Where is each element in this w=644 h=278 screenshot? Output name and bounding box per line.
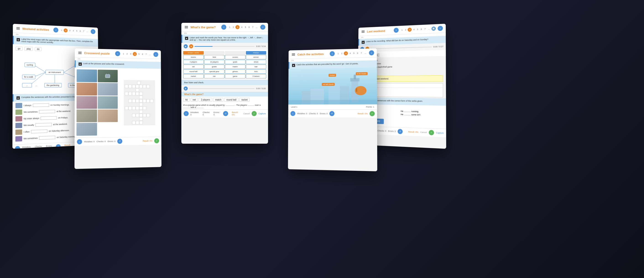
card3-checks: Checks: 0 (202, 111, 212, 116)
card3-menu-icon[interactable] (184, 25, 189, 30)
card3-audio-time: 0:00 / 0:54 (256, 45, 266, 48)
card2-menu-icon[interactable] (78, 50, 82, 55)
card4-mistakes: Mistakes: 0 (297, 112, 307, 115)
card3-next[interactable]: › (260, 25, 265, 30)
card3-footer-prev[interactable]: ‹ (184, 111, 189, 116)
cell-racket[interactable]: racket (183, 74, 204, 78)
card2-next[interactable]: › (153, 52, 158, 57)
card3-mistakes: Mistakes: 0 (190, 111, 201, 116)
svg-rect-62 (143, 106, 146, 110)
card5-next[interactable]: › (438, 26, 443, 31)
card1-footer-prev[interactable]: ‹ (15, 146, 20, 149)
cell-net[interactable]: net (204, 74, 225, 78)
svg-rect-39 (140, 85, 142, 88)
cell-special-gear[interactable]: special gear (204, 69, 225, 74)
svg-rect-63 (140, 110, 142, 113)
svg-rect-90 (362, 30, 364, 31)
card1-errors: Errors: 0 (46, 144, 54, 149)
card4-footer-prev[interactable]: ‹ (290, 111, 295, 116)
photo-5 (77, 96, 97, 109)
card4-pagination: 1 2 3 4 5 6 7 ... (337, 51, 367, 56)
card4-level-points: Level 1 Points: 1 (288, 104, 377, 110)
sentence-input-5[interactable] (31, 130, 48, 134)
card2-footer-prev[interactable]: ‹ (77, 139, 82, 144)
cell-shoot[interactable]: shoot (246, 60, 266, 64)
svg-text:...: ... (26, 84, 28, 86)
card2-crossword-area (120, 70, 160, 136)
sentence-input-3[interactable] (40, 116, 57, 120)
card3-instruction1: ■ Listen and mark the words you hear. Yo… (181, 35, 268, 43)
card1-next[interactable]: › (91, 29, 96, 34)
card1-menu-icon[interactable] (16, 26, 20, 31)
svg-rect-74 (185, 27, 188, 27)
card5-checks: Checks: 0 (377, 130, 386, 132)
card4-menu-icon[interactable] (291, 52, 296, 57)
cell-2halves[interactable]: 2 halves (246, 74, 266, 78)
card3-capture[interactable]: Capture (258, 112, 266, 115)
card3-audio2: ▶ 0:00 / 0:00 (181, 85, 268, 92)
cell-goals[interactable]: goals (225, 60, 246, 64)
chip-net: net (191, 98, 198, 102)
cell-ball[interactable]: ball (246, 64, 266, 69)
card5-refresh[interactable]: ↺ (398, 129, 403, 134)
svg-rect-64 (132, 114, 136, 117)
svg-line-14 (34, 72, 46, 77)
card3-cancel[interactable]: Cancel (244, 112, 250, 115)
card3-audio2-time: 0:00 / 0:00 (256, 87, 266, 90)
photo-8 (98, 110, 118, 122)
card5-chart-icon[interactable]: 📊 (432, 26, 436, 31)
cell-2players[interactable]: 2 players (183, 60, 204, 64)
cell-field[interactable]: field (204, 55, 225, 59)
card2-check-btn[interactable]: ✓ (154, 138, 159, 143)
cell-goalie[interactable]: goalie (204, 64, 225, 69)
card5-pagination: 1 2 3 4 5 6 7 ... 📊 (400, 26, 436, 32)
card3-refresh[interactable]: ↺ (223, 111, 228, 116)
photo-4 (98, 83, 118, 96)
card-crossword: Crossword puzzle ‹ 1 2 3 4 5 6 7 ... › 1… (74, 48, 161, 169)
sentence-input-2[interactable] (39, 110, 55, 114)
card4-next[interactable]: › (369, 50, 374, 56)
card5-result: Result: 0% (408, 131, 418, 134)
card4-check-btn[interactable]: ✓ (370, 111, 375, 116)
sentence-input-1[interactable] (33, 104, 49, 107)
svg-rect-40 (143, 85, 146, 88)
card2-prev[interactable]: ‹ (115, 51, 120, 56)
sentence-input-6[interactable] (39, 136, 55, 140)
card5-menu-icon[interactable] (361, 30, 365, 34)
card3-play-btn[interactable]: ▶ (184, 44, 188, 48)
svg-rect-58 (129, 106, 132, 110)
crossword-svg (124, 80, 155, 125)
blank4[interactable] (197, 108, 204, 108)
card1-prev[interactable]: ‹ (54, 27, 58, 32)
cell-match[interactable]: match (225, 64, 246, 69)
card2-refresh[interactable]: ↺ (117, 139, 122, 144)
card3-stop-btn[interactable]: ■ (189, 44, 193, 48)
cell-10players[interactable]: 10 players (204, 60, 225, 64)
sentence-input-4[interactable] (35, 123, 52, 126)
card3-check-btn[interactable]: ✓ (252, 111, 257, 116)
cell-winner[interactable]: winner (246, 55, 266, 59)
card5-check-btn[interactable]: ✓ (429, 130, 434, 136)
blank1[interactable] (226, 106, 234, 106)
svg-line-8 (64, 72, 75, 77)
card5-progress (370, 46, 432, 49)
cell-scores[interactable]: scores (225, 55, 246, 59)
cell-game[interactable]: game (225, 74, 246, 78)
card5-cancel[interactable]: Cancel (420, 131, 427, 134)
card5-capture[interactable]: Capture (436, 132, 444, 134)
blank2[interactable] (248, 106, 254, 106)
card1-refresh[interactable]: ↺ (56, 144, 61, 149)
card5-prev[interactable]: ‹ (394, 28, 399, 32)
card4-refresh[interactable]: ↺ (330, 111, 334, 116)
cell-teams[interactable]: teams (183, 55, 204, 59)
card3-prev[interactable]: ‹ (221, 25, 226, 30)
cell-round-ball[interactable]: round ball (183, 69, 204, 74)
card4-prev[interactable]: ‹ (330, 51, 335, 56)
cell-gloves[interactable]: gloves (225, 69, 246, 74)
card3-errors: Errors: 0 (214, 111, 221, 116)
card3-grid-headers: START HERE FINISH (183, 51, 266, 54)
card3-play2-btn[interactable]: ▶ (184, 86, 188, 90)
blank3[interactable] (183, 108, 190, 108)
cell-set[interactable]: set (183, 64, 204, 69)
cell-kick[interactable]: kick (246, 69, 266, 74)
